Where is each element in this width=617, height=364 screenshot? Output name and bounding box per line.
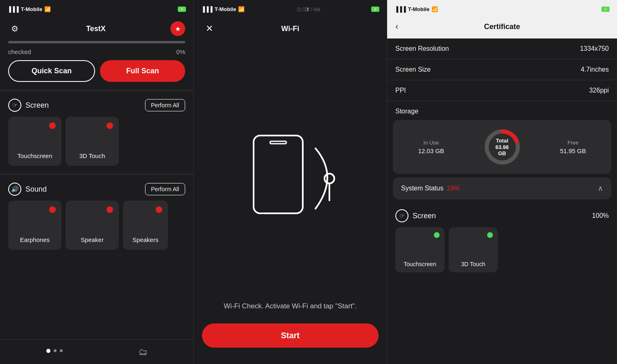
divider-1	[0, 90, 193, 90]
p3-3dtouch-dot	[487, 232, 493, 238]
svg-rect-2	[254, 204, 303, 213]
screen-size-value: 4.7inches	[581, 66, 609, 73]
chevron-up-icon: ∧	[598, 184, 603, 193]
speaker-tile[interactable]: Speaker	[66, 201, 119, 250]
scan-buttons: Quick Scan Full Scan	[0, 60, 193, 88]
divider-2	[0, 174, 193, 174]
p3-3dtouch-label: 3D Touch	[461, 261, 485, 267]
wifi-icon-p1: 📶	[44, 6, 51, 12]
p3-screen-section-header: ☞ Screen 100%	[387, 203, 617, 226]
close-button[interactable]: ✕	[202, 21, 217, 36]
p1-header: ⚙ TestX ★	[0, 18, 193, 41]
in-use-label: In Use	[418, 140, 444, 146]
p3-touchscreen-label: Touchscreen	[404, 261, 436, 267]
signal-icon-p3: ▐▐▐	[395, 6, 406, 12]
gear-button[interactable]: ⚙	[8, 22, 21, 35]
screen-tiles: Touchscreen 3D Touch	[0, 117, 193, 172]
battery-p1: ⚡	[178, 7, 186, 12]
signal-icon-p2: ▐▐▐	[201, 6, 213, 12]
checked-label: checked	[8, 48, 31, 55]
in-use-value: 12.03 GB	[418, 147, 444, 154]
screen-section-header: ☞ Screen Perform All	[0, 92, 193, 117]
quick-scan-button[interactable]: Quick Scan	[8, 60, 95, 82]
progress-bar-container	[8, 41, 185, 43]
system-status-label: System Status	[401, 185, 443, 192]
checked-row: checked 0%	[0, 47, 193, 60]
storage-label: Storage	[395, 108, 418, 115]
battery-p2: ⚡	[371, 7, 379, 12]
system-status-percent: 19%	[447, 185, 460, 192]
status-bar-p1: ▐▐▐ T-Mobile 📶 3:24 PM ⚡	[0, 0, 193, 18]
p3-screen-percent: 100%	[592, 212, 609, 219]
back-button[interactable]: ‹	[395, 21, 398, 32]
3dtouch-tile[interactable]: 3D Touch	[66, 117, 119, 166]
touchscreen-dot	[49, 122, 56, 129]
p3-header: ‹ Certificate	[387, 18, 617, 38]
carrier-label-p1: T-Mobile	[21, 6, 43, 12]
wifi-illustration	[194, 44, 387, 301]
status-carrier-p2: ▐▐▐ T-Mobile 📶	[201, 6, 245, 12]
status-bar-p3: ▐▐▐ T-Mobile 📶 3:26 PM ⚡	[387, 0, 617, 18]
start-button[interactable]: Start	[202, 323, 379, 348]
touchscreen-tile[interactable]: Touchscreen	[8, 117, 61, 166]
screen-resolution-value: 1334x750	[580, 45, 609, 52]
svg-point-3	[324, 174, 334, 183]
speakers-dot	[156, 206, 162, 213]
sound-section-title: Sound	[25, 185, 47, 194]
folder-tab-icon[interactable]: 🗂	[138, 347, 147, 357]
certificate-title: Certificate	[484, 23, 520, 31]
sound-perform-all-button[interactable]: Perform All	[145, 183, 185, 195]
p3-screen-tiles: Touchscreen 3D Touch	[387, 226, 617, 279]
earphones-dot	[49, 206, 56, 213]
speakers-label: Speakers	[132, 236, 158, 243]
p3-3dtouch-tile[interactable]: 3D Touch	[449, 227, 498, 272]
battery-p3: ⚡	[601, 7, 610, 12]
sound-section-header: 🔊 Sound Perform All	[0, 176, 193, 201]
screen-perform-all-button[interactable]: Perform All	[145, 99, 185, 111]
screen-icon: ☞	[8, 99, 21, 112]
shield-button[interactable]: ★	[170, 21, 185, 36]
wifi-icon-p3: 📶	[431, 6, 438, 12]
sound-tiles: Earphones Speaker Speakers	[0, 201, 193, 256]
progress-percent: 0%	[176, 48, 185, 55]
donut-total-value: 63.98 GB	[492, 144, 513, 156]
p3-screen-title: Screen	[413, 212, 436, 220]
earphones-tile[interactable]: Earphones	[8, 201, 61, 250]
p3-touchscreen-tile[interactable]: Touchscreen	[395, 227, 445, 272]
speakers-tile[interactable]: Speakers	[123, 201, 168, 250]
status-carrier-p1: ▐▐▐ T-Mobile 📶	[7, 6, 51, 12]
touchscreen-label: Touchscreen	[17, 152, 52, 159]
storage-gauge: In Use 12.03 GB Total 63.98	[399, 127, 605, 167]
screen-resolution-label: Screen Resolution	[395, 45, 449, 52]
screen-resolution-row: Screen Resolution 1334x750	[387, 38, 617, 59]
3dtouch-label: 3D Touch	[79, 152, 105, 159]
full-scan-button[interactable]: Full Scan	[100, 60, 185, 82]
free-value: 51.95 GB	[560, 147, 586, 154]
svg-rect-0	[254, 136, 303, 213]
screen-label: ☞ Screen	[8, 99, 49, 112]
p3-content: Screen Resolution 1334x750 Screen Size 4…	[387, 38, 617, 364]
tab-bar-p1: 🗂	[0, 339, 193, 364]
screen-size-row: Screen Size 4.7inches	[387, 59, 617, 80]
donut-total-label: Total	[492, 138, 513, 144]
status-carrier-p3: ▐▐▐ T-Mobile 📶	[395, 6, 438, 12]
dot-1	[46, 349, 50, 353]
p3-screen-icon: ☞	[395, 209, 408, 222]
svg-rect-1	[270, 141, 286, 144]
speaker-dot	[107, 206, 113, 213]
dot-pagination-p1	[46, 345, 63, 359]
free-label: Free	[560, 140, 586, 146]
wifi-icon-p2: 📶	[238, 6, 245, 12]
screen-section-title: Screen	[25, 101, 49, 110]
wifi-svg	[229, 111, 352, 234]
app-title: TestX	[86, 25, 106, 33]
wifi-title: Wi-Fi	[281, 25, 299, 33]
p3-touchscreen-dot	[434, 232, 440, 238]
battery-icon-p3: ⚡	[601, 7, 610, 12]
carrier-label-p2: T-Mobile	[215, 6, 236, 12]
speaker-label: Speaker	[81, 236, 104, 243]
system-status-row[interactable]: System Status 19% ∧	[393, 177, 611, 199]
p2-header: ✕ Wi-Fi	[194, 18, 387, 44]
storage-free: Free 51.95 GB	[560, 140, 586, 154]
sound-icon: 🔊	[8, 183, 21, 196]
